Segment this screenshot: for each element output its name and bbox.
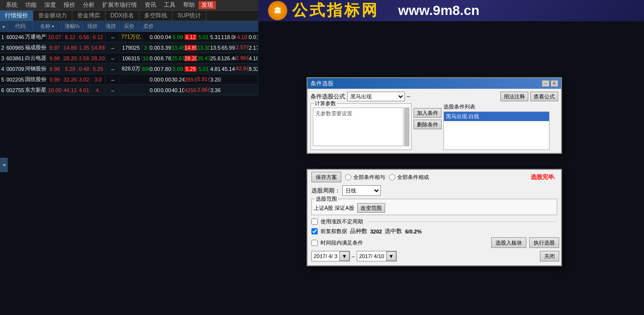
banner-title: 公式指标网: [292, 0, 379, 21]
minimize-button[interactable]: ─: [542, 80, 550, 87]
radio-and[interactable]: [345, 174, 351, 180]
no-fixed-period-check[interactable]: [311, 219, 318, 225]
date-to-group: 2017/ 4/10 ▼: [357, 251, 397, 261]
header-sell: 卖价: [139, 23, 158, 30]
table-row[interactable]: 2 600965 福成股份 9.97 14.89 1.35 14.89 – 17…: [0, 42, 258, 53]
variety-count-label: 品种数: [350, 227, 367, 235]
prev-data-check[interactable]: [311, 228, 318, 234]
date-to-dropdown[interactable]: ▼: [386, 251, 396, 261]
radio-and-group: 全部条件相与: [345, 174, 385, 181]
condition-item[interactable]: 黑马出现 白线: [444, 112, 549, 121]
radio-or-group: 全部条件相或: [389, 174, 429, 181]
menu-analysis[interactable]: 分析: [79, 1, 98, 9]
dialog-title-bar: 条件选股 ─ ✕: [308, 78, 561, 89]
tab-bar: 行情报价 资金驱动力 资金博弈 DDX排名 多空阵线 SUP统计: [0, 11, 258, 21]
radio-and-label: 全部条件相与: [353, 174, 385, 181]
condition-stock-dialog: 条件选股 ─ ✕ 条件选股公式 黑马出现 – 用法注释 查看公式: [307, 77, 562, 154]
date-to-value: 2017/ 4/10: [357, 253, 386, 259]
condition-list-label: 选股条件列表: [443, 103, 558, 110]
date-from-value: 2017/ 4/ 3: [312, 253, 339, 259]
params-scrollbar[interactable]: [404, 108, 409, 146]
formula-select[interactable]: 黑马出现: [347, 92, 405, 101]
tab-capital[interactable]: 资金驱动力: [33, 11, 72, 21]
date-from-group: 2017/ 4/ 3 ▼: [311, 251, 350, 261]
date-from-dropdown[interactable]: ▼: [339, 251, 349, 261]
dialog-controls: ─ ✕: [542, 80, 558, 87]
formula-row: 条件选股公式 黑马出现 – 用法注释 查看公式: [310, 92, 558, 101]
formula-label: 条件选股公式: [310, 93, 345, 101]
menu-help[interactable]: 帮助: [179, 1, 199, 9]
period-label: 选股周期：: [311, 187, 340, 195]
tab-quotes[interactable]: 行情报价: [0, 11, 33, 21]
menu-system[interactable]: 系统: [2, 1, 21, 9]
table-row[interactable]: 5 002205 国统股份 9.99 33.26 3.02 3.0 – 0.00…: [0, 74, 258, 85]
time-range-row: 时间段内满足条件 选股入板块 执行选股: [309, 237, 559, 248]
table-row[interactable]: 6 002755 东方新星 10.00 44.11 4.01 4. – 0.00…: [0, 85, 258, 96]
params-scroll-area: 无参数需要设置: [313, 108, 403, 146]
menu-function[interactable]: 功能: [21, 1, 40, 9]
select-complete-label: 选股完毕.: [531, 173, 559, 181]
menu-quote[interactable]: 报价: [60, 1, 79, 9]
checkbox-row1: 使用涨跌不定周期: [309, 218, 559, 225]
left-scroll-arrow[interactable]: ◄: [0, 158, 8, 172]
dialog-body: 条件选股公式 黑马出现 – 用法注释 查看公式 计算参数 无参数需要设置: [308, 89, 561, 153]
banner-url: www.9m8.cn: [398, 3, 480, 18]
tab-longshort[interactable]: 多空阵线: [139, 11, 173, 21]
use-method-button[interactable]: 用法注释: [500, 92, 528, 101]
table-row[interactable]: 1 600246 万通地产 10.07 6.12 0.56 6.12 – 771…: [0, 32, 258, 42]
selected-label: 选中数: [385, 227, 402, 235]
menu-extended[interactable]: 扩展市场行情: [98, 1, 141, 9]
selected-value: 6/0.2%: [405, 229, 421, 234]
menu-tools[interactable]: 工具: [160, 1, 179, 9]
table-row[interactable]: 3 603861 白云电器 9.98 28.20 2.56 28.20 – 10…: [0, 53, 258, 64]
execute-button[interactable]: 执行选股: [529, 237, 559, 248]
radio-or-label: 全部条件相或: [397, 174, 429, 181]
scope-title: 选股范围: [315, 195, 338, 203]
save-plan-button[interactable]: 保存方案: [311, 172, 341, 182]
delete-condition-button[interactable]: 删除条件: [414, 120, 442, 129]
menu-depth[interactable]: 深度: [40, 1, 60, 9]
close-button[interactable]: 关闭: [540, 251, 559, 261]
params-inner: 无参数需要设置: [313, 108, 409, 146]
prev-data-label: 前复权数据: [321, 228, 347, 235]
condition-buttons: 加入条件 删除条件: [414, 103, 442, 150]
dash-label: –: [407, 93, 410, 100]
period-select[interactable]: 日线: [342, 185, 381, 196]
condition-list: 黑马出现 白线: [443, 111, 550, 150]
column-headers: ▼ 代码 名称 • 涨幅% 现价 涨跌 买价 卖价: [0, 21, 258, 32]
header-code: 代码: [8, 23, 33, 30]
header-change: 涨跌: [102, 23, 120, 30]
main-content: 计算参数 无参数需要设置 加入条件 删除条件 选股条件列表: [310, 103, 558, 150]
menu-discover[interactable]: 发现: [199, 1, 216, 9]
close-button[interactable]: ✕: [550, 80, 558, 87]
menu-news[interactable]: 资讯: [141, 1, 160, 9]
change-scope-button[interactable]: 改变范围: [357, 203, 385, 213]
condition-stock-dialog-lower: 保存方案 全部条件相与 全部条件相或 选股完毕. 选股周期： 日线: [307, 169, 562, 266]
lower-dialog-body: 保存方案 全部条件相与 全部条件相或 选股完毕. 选股周期： 日线: [308, 170, 561, 265]
tab-ddx[interactable]: DDX排名: [106, 11, 139, 21]
scope-markets: 上证A股 深证A股: [314, 205, 354, 212]
add-condition-button[interactable]: 加入条件: [414, 108, 442, 118]
right-panel: 鑫 公式指标网 www.9m8.cn 条件选股 ─ ✕ 条件选股公式 黑马出现 …: [258, 0, 644, 315]
menu-bar: 系统 功能 深度 报价 分析 扩展市场行情 资讯 工具 帮助 发现: [0, 0, 258, 11]
params-section: 计算参数 无参数需要设置: [310, 103, 412, 150]
params-title: 计算参数: [314, 100, 337, 107]
period-row: 选股周期： 日线: [309, 185, 559, 196]
stock-table: 1 600246 万通地产 10.07 6.12 0.56 6.12 – 771…: [0, 32, 258, 96]
view-formula-button[interactable]: 查看公式: [530, 92, 558, 101]
add-to-pool-button[interactable]: 选股入板块: [491, 237, 526, 248]
tab-game[interactable]: 资金博弈: [72, 11, 106, 21]
save-radio-row: 保存方案 全部条件相与 全部条件相或 选股完毕.: [309, 172, 559, 182]
tab-sup[interactable]: SUP统计: [173, 11, 206, 21]
time-range-check[interactable]: [311, 240, 318, 246]
header-name: 名称 •: [33, 23, 62, 30]
scope-section: 选股范围 上证A股 深证A股 改变范围: [311, 199, 557, 215]
banner: 鑫 公式指标网 www.9m8.cn: [258, 0, 644, 21]
header-change-pct: 涨幅%: [62, 23, 83, 30]
variety-count-value: 3202: [370, 229, 382, 234]
checkbox-row2: 前复权数据 品种数 3202 选中数 6/0.2%: [309, 227, 559, 235]
table-row[interactable]: 4 000709 河钢股份 9.98 5.29 0.48 5.29 – 828.…: [0, 64, 258, 74]
radio-or[interactable]: [389, 174, 395, 180]
header-price: 现价: [83, 23, 102, 30]
time-range-label: 时间段内满足条件: [321, 239, 363, 247]
